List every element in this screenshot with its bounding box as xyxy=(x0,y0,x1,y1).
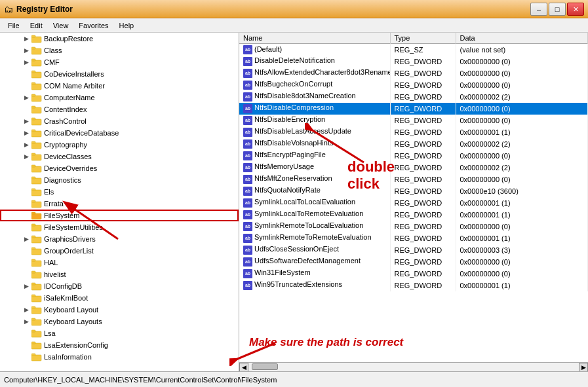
tree-toggle-icon[interactable]: ▶ xyxy=(21,35,31,42)
table-row[interactable]: abNtfsQuotaNotifyRateREG_DWORD0x0000e10 … xyxy=(239,185,588,197)
tree-item-lsaextensionconfig[interactable]: LsaExtensionConfig xyxy=(0,339,239,351)
tree-toggle-icon[interactable]: ▶ xyxy=(21,118,31,124)
cell-name: abNtfsDisableVolsnapHints xyxy=(239,138,390,150)
scroll-right-arrow[interactable]: ▶ xyxy=(579,363,588,372)
tree-item-grouporderlist[interactable]: GroupOrderList xyxy=(0,245,239,257)
tree-item-hal[interactable]: HAL xyxy=(0,257,239,268)
table-row[interactable]: abNtfsAllowExtendedCharacter8dot3RenameR… xyxy=(239,67,588,79)
tree-toggle-icon[interactable]: ▶ xyxy=(21,47,31,54)
tree-toggle-icon[interactable]: ▶ xyxy=(21,94,31,101)
minimize-button[interactable]: – xyxy=(530,3,547,16)
tree-item-lsa[interactable]: Lsa xyxy=(0,327,239,339)
table-row[interactable]: abSymlinkRemoteToRemoteEvaluationREG_DWO… xyxy=(239,232,588,244)
values-table[interactable]: Name Type Data ab(Default)REG_SZ(value n… xyxy=(239,33,588,362)
table-row[interactable]: abNtfsDisableEncryptionREG_DWORD0x000000… xyxy=(239,115,588,126)
tree-item-backuprestore[interactable]: ▶ BackupRestore xyxy=(0,33,239,45)
tree-item-els[interactable]: Els xyxy=(0,186,239,198)
tree-item-keyboard-layout[interactable]: ▶ Keyboard Layout xyxy=(0,304,239,316)
tree-item-deviceclasses[interactable]: ▶ DeviceClasses xyxy=(0,151,239,162)
svg-rect-47 xyxy=(31,306,35,308)
tree-toggle-icon[interactable]: ▶ xyxy=(21,141,31,148)
tree-item-crashcontrol[interactable]: ▶ CrashControl xyxy=(0,115,239,127)
table-row[interactable]: abNtfsDisableCompressionREG_DWORD0x00000… xyxy=(239,103,588,115)
svg-rect-43 xyxy=(31,283,35,285)
tree-item-cmf[interactable]: ▶ CMF xyxy=(0,56,239,68)
tree-panel[interactable]: ▶ BackupRestore▶ Class▶ CMF CoDeviceInst… xyxy=(0,33,239,371)
table-row[interactable]: ab(Default)REG_SZ(value not set) xyxy=(239,44,588,56)
cell-type: REG_SZ xyxy=(390,44,456,56)
svg-rect-0 xyxy=(31,37,41,43)
svg-rect-41 xyxy=(31,271,35,273)
svg-rect-48 xyxy=(31,320,41,325)
menu-view[interactable]: View xyxy=(48,20,74,31)
tree-label: ContentIndex xyxy=(44,105,87,113)
folder-icon xyxy=(31,105,42,114)
reg-value-icon: ab xyxy=(243,281,252,290)
tree-toggle-icon[interactable]: ▶ xyxy=(21,283,31,289)
tree-item-class[interactable]: ▶ Class xyxy=(0,45,239,56)
table-row[interactable]: abNtfsMemoryUsageREG_DWORD0x00000002 (2) xyxy=(239,162,588,174)
reg-value-icon: ab xyxy=(243,104,252,113)
svg-rect-13 xyxy=(31,106,35,108)
table-row[interactable]: abNtfsEncryptPagingFileREG_DWORD0x000000… xyxy=(239,150,588,162)
table-row[interactable]: abUdfsCloseSessionOnEjectREG_DWORD0x0000… xyxy=(239,244,588,256)
table-row[interactable]: abNtfsMftZoneReservationREG_DWORD0x00000… xyxy=(239,174,588,185)
tree-toggle-icon[interactable]: ▶ xyxy=(21,153,31,160)
menu-help[interactable]: Help xyxy=(114,20,140,31)
table-row[interactable]: abNtfsDisableLastAccessUpdateREG_DWORD0x… xyxy=(239,126,588,138)
table-row[interactable]: abUdfsSoftwareDefectManagementREG_DWORD0… xyxy=(239,256,588,268)
cell-data: 0x00000003 (3) xyxy=(456,244,588,256)
tree-item-keyboard-layouts[interactable]: ▶ Keyboard Layouts xyxy=(0,316,239,327)
tree-item-diagnostics[interactable]: Diagnostics xyxy=(0,174,239,186)
tree-label: LsaExtensionConfig xyxy=(44,341,108,349)
tree-item-cryptography[interactable]: ▶ Cryptography xyxy=(0,139,239,151)
tree-item-deviceoverrides[interactable]: DeviceOverrides xyxy=(0,162,239,174)
tree-item-graphicsdrivers[interactable]: ▶ GraphicsDrivers xyxy=(0,233,239,245)
folder-icon xyxy=(31,270,42,279)
svg-rect-19 xyxy=(31,141,35,143)
tree-toggle-icon[interactable]: ▶ xyxy=(21,130,31,136)
cell-name: abNtfsMftZoneReservation xyxy=(239,174,390,185)
table-row[interactable]: abSymlinkLocalToLocalEvaluationREG_DWORD… xyxy=(239,197,588,209)
table-row[interactable]: abSymlinkRemoteToLocalEvaluationREG_DWOR… xyxy=(239,221,588,232)
maximize-button[interactable]: □ xyxy=(549,3,566,16)
tree-item-errata[interactable]: Errata xyxy=(0,198,239,210)
tree-item-idconfigdb[interactable]: ▶ IDConfigDB xyxy=(0,280,239,292)
cell-data: 0x00000001 (1) xyxy=(456,197,588,209)
tree-item-filesystemutilities[interactable]: FileSystemUtilities xyxy=(0,221,239,233)
menu-favorites[interactable]: Favorites xyxy=(73,20,113,31)
tree-toggle-icon[interactable]: ▶ xyxy=(21,318,31,325)
tree-toggle-icon[interactable]: ▶ xyxy=(21,306,31,313)
scroll-left-arrow[interactable]: ◀ xyxy=(239,363,248,372)
scroll-track[interactable] xyxy=(248,363,579,371)
tree-toggle-icon[interactable]: ▶ xyxy=(21,236,31,242)
table-row[interactable]: abNtfsDisableVolsnapHintsREG_DWORD0x0000… xyxy=(239,138,588,150)
menu-file[interactable]: File xyxy=(3,20,25,31)
table-row[interactable]: abNtfsBugcheckOnCorruptREG_DWORD0x000000… xyxy=(239,79,588,91)
horizontal-scrollbar[interactable]: ◀ ▶ xyxy=(239,362,588,371)
tree-item-contentindex[interactable]: ContentIndex xyxy=(0,103,239,115)
tree-item-codeviceinstallers[interactable]: CoDeviceInstallers xyxy=(0,68,239,80)
scroll-thumb[interactable] xyxy=(252,363,278,370)
reg-value-icon: ab xyxy=(243,92,252,101)
tree-item-lsainformation[interactable]: LsaInformation xyxy=(0,351,239,363)
table-row[interactable]: abDisableDeleteNotificationREG_DWORD0x00… xyxy=(239,56,588,67)
tree-item-isafekrnlboot[interactable]: iSafeKrnlBoot xyxy=(0,292,239,304)
tree-item-computername[interactable]: ▶ ComputerName xyxy=(0,92,239,103)
table-row[interactable]: abSymlinkLocalToRemoteEvaluationREG_DWOR… xyxy=(239,209,588,221)
folder-icon xyxy=(31,317,42,326)
tree-item-criticaldevicedatabase[interactable]: ▶ CriticalDeviceDatabase xyxy=(0,127,239,139)
table-row[interactable]: abNtfsDisable8dot3NameCreationREG_DWORD0… xyxy=(239,91,588,103)
folder-icon xyxy=(31,341,42,350)
svg-rect-34 xyxy=(31,237,41,243)
tree-item-com-name-arbiter[interactable]: COM Name Arbiter xyxy=(0,80,239,92)
table-row[interactable]: abWin31FileSystemREG_DWORD0x00000000 (0) xyxy=(239,268,588,280)
tree-item-hivelist[interactable]: hivelist xyxy=(0,268,239,280)
tree-toggle-icon[interactable]: ▶ xyxy=(21,59,31,65)
tree-item-filesystem[interactable]: FileSystem xyxy=(0,210,239,221)
svg-rect-54 xyxy=(31,355,41,361)
svg-rect-4 xyxy=(31,60,41,66)
table-row[interactable]: abWin95TruncatedExtensionsREG_DWORD0x000… xyxy=(239,280,588,291)
close-button[interactable]: ✕ xyxy=(567,3,584,16)
menu-edit[interactable]: Edit xyxy=(25,20,48,31)
